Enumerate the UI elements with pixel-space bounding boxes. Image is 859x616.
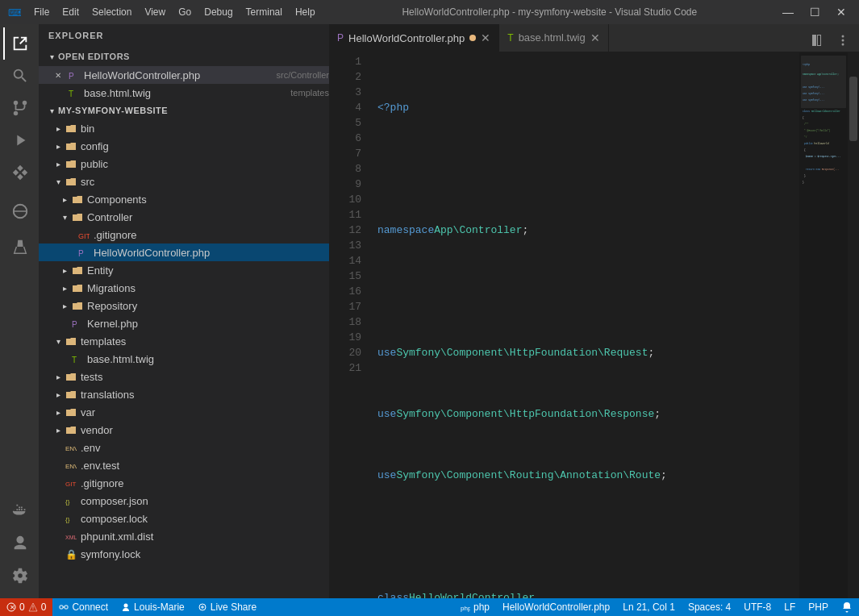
- menu-edit[interactable]: Edit: [56, 3, 85, 21]
- status-controller-name[interactable]: HelloWorldController.php: [496, 598, 616, 616]
- sidebar-item-composer-json[interactable]: {} composer.json: [39, 492, 329, 510]
- extensions-activity-icon[interactable]: [3, 156, 35, 189]
- window-controls[interactable]: — ☐ ✕: [778, 4, 851, 20]
- status-language-ext[interactable]: php php: [454, 598, 496, 616]
- sidebar-item-env[interactable]: ENV .env: [39, 439, 329, 456]
- menu-selection[interactable]: Selection: [85, 3, 138, 21]
- menu-bar[interactable]: File Edit Selection View Go Debug Termin…: [27, 3, 322, 21]
- search-activity-icon[interactable]: [3, 60, 35, 92]
- menu-file[interactable]: File: [27, 3, 56, 21]
- menu-go[interactable]: Go: [172, 3, 198, 21]
- svg-text:}: }: [804, 174, 806, 177]
- more-actions-button[interactable]: [832, 29, 854, 52]
- status-notifications[interactable]: [835, 598, 859, 616]
- scroll-thumb[interactable]: [849, 77, 857, 141]
- line-num-11: 11: [329, 207, 361, 223]
- sidebar-item-vendor[interactable]: vendor: [39, 421, 329, 439]
- line-num-13: 13: [329, 238, 361, 253]
- sidebar-item-entity[interactable]: Entity: [39, 261, 329, 279]
- status-live-share[interactable]: Live Share: [191, 598, 263, 616]
- sidebar-item-translations[interactable]: translations: [39, 385, 329, 403]
- sidebar-item-kernel[interactable]: P Kernel.php: [39, 314, 329, 332]
- settings-activity-icon[interactable]: [3, 560, 35, 592]
- sidebar-item-bin[interactable]: bin: [39, 119, 329, 137]
- split-editor-button[interactable]: [806, 29, 828, 52]
- accounts-activity-icon[interactable]: [3, 527, 35, 560]
- open-editor-twig[interactable]: ✕ T base.html.twig templates: [39, 84, 329, 102]
- status-connect[interactable]: Connect: [52, 598, 115, 616]
- code-editor[interactable]: 1 2 3 4 5 6 7 8 9 10 11 12 13 14 15 16 1…: [329, 52, 859, 598]
- menu-view[interactable]: View: [138, 3, 172, 21]
- sidebar-item-src[interactable]: src: [39, 173, 329, 190]
- source-control-activity-icon[interactable]: [3, 92, 35, 124]
- migrations-chevron: [58, 281, 71, 294]
- sidebar-item-hello-controller[interactable]: P HelloWorldController.php: [39, 243, 329, 261]
- menu-terminal[interactable]: Terminal: [240, 3, 289, 21]
- explorer-activity-icon[interactable]: [3, 27, 35, 60]
- close-button[interactable]: ✕: [832, 4, 851, 20]
- tab-close-twig[interactable]: ✕: [590, 32, 600, 44]
- status-encoding[interactable]: UTF-8: [737, 598, 778, 616]
- svg-text:P: P: [69, 72, 74, 81]
- tests-chevron: [52, 370, 65, 383]
- tab-base-twig[interactable]: T base.html.twig ✕: [499, 24, 608, 52]
- svg-text:T: T: [72, 356, 77, 364]
- templates-label: templates: [81, 335, 329, 348]
- tab-hello-controller[interactable]: P HelloWorldController.php ✕: [329, 24, 499, 52]
- minimize-button[interactable]: —: [778, 4, 799, 20]
- sidebar-item-public[interactable]: public: [39, 155, 329, 173]
- status-position[interactable]: Ln 21, Col 1: [616, 598, 682, 616]
- code-content[interactable]: <?php namespace App\Controller; use Symf…: [369, 52, 799, 598]
- sidebar-item-controller[interactable]: Controller: [39, 208, 329, 226]
- project-root[interactable]: MY-SYMFONY-WEBSITE: [39, 102, 329, 119]
- tab-hello-label: HelloWorldController.php: [348, 32, 465, 44]
- status-user[interactable]: Louis-Marie: [115, 598, 191, 616]
- menu-help[interactable]: Help: [289, 3, 322, 21]
- sidebar: EXPLORER OPEN EDITORS ✕ P HelloWorldCont…: [39, 24, 329, 598]
- sidebar-item-phpunit[interactable]: XML phpunit.xml.dist: [39, 527, 329, 545]
- run-activity-icon[interactable]: [3, 124, 35, 156]
- status-line-ending[interactable]: LF: [778, 598, 802, 616]
- sidebar-item-composer-lock[interactable]: {} composer.lock: [39, 510, 329, 527]
- svg-text:{: {: [804, 148, 806, 152]
- editor-scrollbar[interactable]: [848, 52, 859, 598]
- remote-activity-icon[interactable]: [3, 195, 35, 227]
- test-activity-icon[interactable]: [3, 231, 35, 263]
- sidebar-item-config[interactable]: config: [39, 137, 329, 155]
- sidebar-item-tests[interactable]: tests: [39, 368, 329, 385]
- sidebar-item-gitignore-root[interactable]: GIT .gitignore: [39, 474, 329, 492]
- sidebar-item-migrations[interactable]: Migrations: [39, 279, 329, 297]
- sidebar-item-components[interactable]: Components: [39, 190, 329, 208]
- sidebar-item-base-twig[interactable]: T base.html.twig: [39, 350, 329, 368]
- status-lang-mode[interactable]: PHP: [802, 598, 835, 616]
- open-editors-section[interactable]: OPEN EDITORS: [39, 47, 329, 66]
- status-spaces[interactable]: Spaces: 4: [682, 598, 737, 616]
- status-errors[interactable]: ✕ 0 ! 0: [0, 598, 52, 616]
- sidebar-item-env-test[interactable]: ENV .env.test: [39, 456, 329, 474]
- close-editor-icon[interactable]: ✕: [52, 69, 65, 81]
- editor-area: P HelloWorldController.php ✕ T base.html…: [329, 24, 859, 598]
- svg-rect-39: [65, 606, 68, 609]
- sidebar-item-var[interactable]: var: [39, 403, 329, 421]
- open-editor-controller[interactable]: ✕ P HelloWorldController.php src/Control…: [39, 66, 329, 84]
- tabs-bar: P HelloWorldController.php ✕ T base.html…: [329, 24, 859, 52]
- line-num-9: 9: [329, 177, 361, 192]
- sidebar-item-repository[interactable]: Repository: [39, 297, 329, 314]
- docker-activity-icon[interactable]: [3, 495, 35, 527]
- symfony-lock-file-icon: 🔒: [65, 547, 77, 560]
- config-folder-icon: [65, 139, 77, 152]
- open-editor-twig-path: templates: [290, 88, 329, 98]
- tab-close-controller[interactable]: ✕: [481, 32, 490, 44]
- sidebar-item-symfony-lock[interactable]: 🔒 symfony.lock: [39, 545, 329, 563]
- maximize-button[interactable]: ☐: [805, 4, 825, 20]
- sidebar-item-gitignore-controller[interactable]: GIT .gitignore: [39, 226, 329, 243]
- sidebar-item-templates[interactable]: templates: [39, 332, 329, 350]
- migrations-label: Migrations: [87, 282, 329, 294]
- svg-point-41: [124, 604, 128, 608]
- warning-count: 0: [41, 601, 47, 613]
- encoding-label: UTF-8: [744, 601, 771, 613]
- svg-text:✕: ✕: [10, 604, 15, 611]
- env-file-icon: ENV: [65, 441, 77, 454]
- code-line-5: use Symfony\Component\HttpFoundation\Req…: [377, 345, 799, 360]
- menu-debug[interactable]: Debug: [198, 3, 239, 21]
